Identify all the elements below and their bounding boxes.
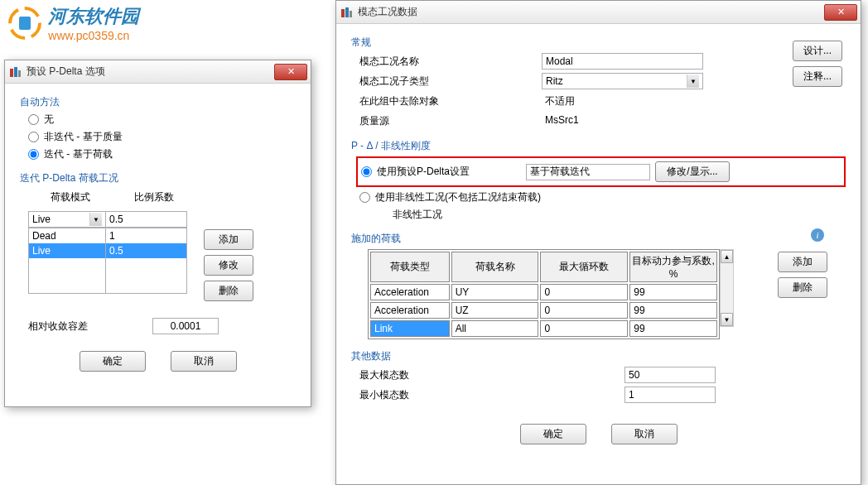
other-data-group: 其他数据 最大模态数 最小模态数	[351, 346, 846, 403]
radio-none[interactable]: 无	[28, 113, 296, 127]
svg-rect-5	[341, 9, 345, 17]
radio-preset-input[interactable]	[361, 166, 372, 177]
close-button[interactable]: ✕	[274, 64, 307, 80]
load-pattern-list[interactable]: Dead Live	[28, 228, 106, 294]
subtype-label: 模态工况子类型	[359, 74, 542, 89]
pdelta-options-window: 预设 P-Delta 选项 ✕ 自动方法 无 非迭代 - 基于质量 迭代 - 基…	[4, 60, 311, 407]
radio-nonlinear-label: 使用非线性工况(不包括工况结束荷载)	[375, 190, 541, 204]
svg-rect-4	[18, 70, 21, 77]
radio-noniterative-input[interactable]	[28, 132, 39, 142]
svg-rect-2	[10, 69, 13, 77]
scale-factor-header: 比例系数	[134, 190, 174, 204]
dropdown-arrow-icon: ▼	[687, 74, 699, 88]
load-case-group: 迭代 P-Delta 荷载工况 荷载模式 比例系数 Live ▼	[20, 168, 296, 334]
case-name-input[interactable]	[542, 53, 703, 70]
tolerance-label: 相对收敛容差	[28, 319, 152, 334]
exclude-label: 在此组中去除对象	[359, 94, 542, 108]
load-pattern-header: 荷载模式	[51, 190, 90, 204]
radio-nonlinear-case[interactable]: 使用非线性工况(不包括工况结束荷载)	[359, 190, 846, 204]
loads-table[interactable]: 荷载类型 荷载名称 最大循环数 目标动力参与系数, % Acceleration…	[368, 249, 720, 339]
radio-preset-pdelta[interactable]: 使用预设P-Delta设置 修改/显示...	[361, 161, 841, 182]
info-icon[interactable]: i	[811, 228, 824, 242]
cancel-button[interactable]: 取消	[611, 424, 678, 444]
load-pattern-dropdown[interactable]: Live ▼	[28, 211, 106, 228]
cancel-button[interactable]: 取消	[171, 351, 237, 372]
th-load-type: 荷载类型	[370, 252, 450, 282]
tolerance-input[interactable]	[152, 318, 219, 334]
list-item[interactable]: Live	[29, 243, 105, 258]
case-name-label: 模态工况名称	[359, 55, 542, 69]
scale-factor-list[interactable]: 1 0.5	[106, 228, 187, 294]
notes-button[interactable]: 注释...	[793, 66, 842, 87]
watermark-title: 河东软件园	[48, 4, 139, 29]
app-icon	[340, 6, 353, 19]
min-modes-input[interactable]	[624, 387, 716, 403]
titlebar[interactable]: 模态工况数据 ✕	[336, 1, 861, 24]
min-modes-label: 最小模态数	[359, 388, 624, 402]
highlight-box: 使用预设P-Delta设置 修改/显示...	[356, 156, 846, 187]
add-button[interactable]: 添加	[204, 229, 253, 250]
table-row[interactable]: Link All 0 99	[370, 320, 717, 337]
table-scrollbar[interactable]: ▲ ▼	[720, 249, 734, 327]
dropdown-arrow-icon: ▼	[89, 213, 102, 226]
table-row[interactable]: Acceleration UY 0 99	[370, 284, 717, 300]
titlebar[interactable]: 预设 P-Delta 选项 ✕	[5, 60, 311, 84]
exclude-value: 不适用	[542, 93, 703, 109]
radio-none-label: 无	[44, 113, 54, 127]
watermark-logo: 河东软件园 www.pc0359.cn	[4, 4, 139, 42]
applied-loads-legend: 施加的荷载	[351, 232, 846, 246]
th-max-cycles: 最大循环数	[540, 252, 628, 282]
svg-rect-7	[350, 11, 352, 17]
radio-noniterative[interactable]: 非迭代 - 基于质量	[28, 130, 296, 144]
delete-button[interactable]: 删除	[204, 281, 253, 301]
general-group: 常规 模态工况名称 模态工况子类型 Ritz ▼ 在此组中去除对象 不适用 质量…	[351, 32, 846, 129]
radio-iterative[interactable]: 迭代 - 基于荷载	[28, 147, 296, 161]
table-row[interactable]: Acceleration UZ 0 99	[370, 302, 717, 319]
svg-rect-1	[19, 17, 31, 30]
app-icon	[8, 65, 22, 79]
list-item[interactable]: 0.5	[106, 243, 186, 258]
pdelta-legend: P - Δ / 非线性刚度	[351, 139, 846, 153]
mass-label: 质量源	[359, 114, 542, 128]
watermark-url: www.pc0359.cn	[48, 29, 139, 42]
load-case-legend: 迭代 P-Delta 荷载工况	[20, 171, 296, 185]
pdelta-group: P - Δ / 非线性刚度 使用预设P-Delta设置 修改/显示... 使用非…	[351, 136, 846, 222]
scroll-up-icon[interactable]: ▲	[721, 250, 733, 263]
window-title: 模态工况数据	[358, 5, 824, 19]
scale-factor-input[interactable]	[106, 211, 187, 228]
delete-load-button[interactable]: 删除	[778, 277, 827, 298]
nonlinear-case-label: 非线性工况	[393, 208, 442, 222]
window-title: 预设 P-Delta 选项	[27, 65, 274, 79]
radio-iterative-input[interactable]	[28, 149, 39, 160]
th-target-ratio: 目标动力参与系数, %	[629, 252, 717, 282]
svg-rect-6	[345, 7, 349, 17]
general-legend: 常规	[351, 36, 846, 50]
max-modes-label: 最大模态数	[359, 368, 624, 382]
other-data-legend: 其他数据	[351, 349, 846, 363]
preset-value-input[interactable]	[526, 164, 650, 180]
th-load-name: 荷载名称	[451, 252, 539, 282]
modify-button[interactable]: 修改	[204, 255, 253, 276]
applied-loads-group: 施加的荷载 荷载类型 荷载名称 最大循环数 目标动力参与系数, % Accele…	[351, 228, 846, 339]
radio-nonlinear-input[interactable]	[359, 192, 370, 203]
max-modes-input[interactable]	[624, 367, 716, 383]
list-item[interactable]: Dead	[29, 228, 105, 243]
mass-value: MsSrc1	[542, 113, 703, 129]
svg-rect-3	[14, 67, 17, 77]
scroll-down-icon[interactable]: ▼	[721, 313, 733, 326]
radio-iterative-label: 迭代 - 基于荷载	[44, 147, 113, 161]
radio-none-input[interactable]	[28, 114, 39, 125]
modify-show-button[interactable]: 修改/显示...	[655, 161, 730, 182]
design-button[interactable]: 设计...	[793, 41, 842, 61]
subtype-dropdown[interactable]: Ritz ▼	[542, 73, 703, 89]
modal-case-window: 模态工况数据 ✕ 常规 模态工况名称 模态工况子类型 Ritz ▼ 在此组中去除…	[335, 0, 861, 485]
ok-button[interactable]: 确定	[520, 424, 586, 444]
auto-method-legend: 自动方法	[20, 95, 296, 109]
list-item[interactable]: 1	[106, 228, 186, 243]
add-load-button[interactable]: 添加	[778, 252, 827, 272]
ok-button[interactable]: 确定	[80, 351, 146, 372]
close-button[interactable]: ✕	[824, 4, 857, 21]
logo-icon	[4, 7, 46, 40]
radio-noniterative-label: 非迭代 - 基于质量	[44, 130, 123, 144]
auto-method-group: 自动方法 无 非迭代 - 基于质量 迭代 - 基于荷载	[20, 92, 296, 161]
